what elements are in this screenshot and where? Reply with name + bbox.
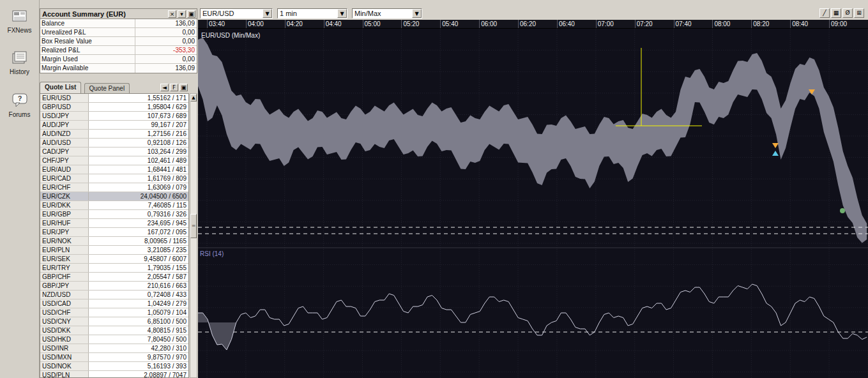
quote-row[interactable]: EUR/CAD 1,61769 / 809 [40, 174, 188, 183]
quote-row[interactable]: CAD/JPY 103,264 / 299 [40, 147, 188, 156]
account-summary-row: Box Resale Value 0,00 [40, 37, 197, 46]
account-summary-title: Account Summary (EUR) [40, 10, 168, 18]
quote-row[interactable]: AUD/NZD 1,27156 / 216 [40, 130, 188, 139]
quote-pair: USD/PLN [40, 371, 89, 378]
chart-canvas[interactable]: EUR/USD (Min/Max) RSI (14) [198, 29, 868, 378]
quote-list-scrollbar[interactable]: ▲ ≡ [190, 93, 197, 378]
account-summary-row: Margin Used 0,00 [40, 55, 197, 64]
account-row-value: -353,30 [135, 46, 197, 54]
quote-row[interactable]: EUR/TRY 1,79035 / 155 [40, 264, 188, 273]
quote-row[interactable]: USD/NOK 5,16193 / 393 [40, 362, 188, 371]
quote-row[interactable]: EUR/CHF 1,63069 / 079 [40, 183, 188, 192]
quote-rate: 0,92108 / 126 [89, 139, 188, 147]
time-tick-label: 07:00 [596, 20, 635, 28]
chart-tool-buttons: ╱ ▦ Ø ⊞ [819, 8, 864, 18]
popout-icon[interactable]: ▣ [179, 84, 188, 91]
sidebar-item-history[interactable]: History [0, 50, 39, 75]
quote-rate: 4,80815 / 915 [89, 326, 188, 335]
quote-pair: USD/CAD [40, 299, 89, 308]
quote-row[interactable]: USD/DKK 4,80815 / 915 [40, 326, 188, 335]
quote-row[interactable]: EUR/PLN 3,21085 / 235 [40, 246, 188, 255]
account-row-label: Unrealized P&L [40, 28, 135, 36]
chevron-down-icon[interactable]: ▼ [337, 9, 347, 18]
quote-row[interactable]: EUR/AUD 1,68441 / 481 [40, 165, 188, 174]
time-tick-label: 05:00 [363, 20, 402, 28]
quote-row[interactable]: USD/CAD 1,04249 / 279 [40, 299, 188, 308]
quote-rate: 2,08897 / 7047 [89, 371, 188, 378]
account-summary-row: Balance 136,09 [40, 19, 197, 28]
quote-list-table: EUR/USD 1,55162 / 171 GBP/USD 1,95804 / … [40, 93, 189, 378]
quote-pair: EUR/NOK [40, 237, 89, 245]
quote-row[interactable]: EUR/HUF 234,695 / 945 [40, 219, 188, 228]
quote-rate: 1,68441 / 481 [89, 165, 188, 174]
tab-quote-list[interactable]: Quote List [40, 82, 81, 93]
account-summary-row: Unrealized P&L 0,00 [40, 28, 197, 37]
settings-icon[interactable]: ⊞ [854, 8, 864, 18]
quote-pair: AUD/NZD [40, 130, 89, 138]
tab-quote-panel[interactable]: Quote Panel [84, 83, 130, 93]
time-tick-label: 07:40 [674, 20, 713, 28]
quote-row[interactable]: EUR/CZK 24,04500 / 6500 [40, 192, 188, 201]
close-icon[interactable]: × [168, 10, 176, 18]
collapse-left-icon[interactable]: ◄ [160, 84, 169, 91]
quote-row[interactable]: USD/CNY 6,85100 / 500 [40, 317, 188, 326]
account-row-label: Balance [40, 19, 135, 27]
sidebar-item-forums[interactable]: ? Forums [0, 92, 39, 118]
quote-pair: EUR/PLN [40, 246, 89, 254]
quote-row[interactable]: EUR/DKK 7,46085 / 115 [40, 201, 188, 210]
chart-type-select[interactable]: Min/Max ▼ [352, 8, 422, 19]
quote-row[interactable]: USD/INR 42,280 / 310 [40, 344, 188, 353]
time-tick-label: 06:20 [518, 20, 557, 28]
sidebar-item-fxnews[interactable]: FXNews [0, 9, 39, 34]
svg-text:?: ? [17, 94, 22, 102]
quote-row[interactable]: EUR/GBP 0,79316 / 326 [40, 210, 188, 219]
quote-rate: 1,27156 / 216 [89, 130, 188, 138]
chevron-down-icon[interactable]: ▾ [178, 10, 186, 18]
quote-row[interactable]: EUR/USD 1,55162 / 171 [40, 94, 188, 103]
quote-row[interactable]: AUD/USD 0,92108 / 126 [40, 139, 188, 147]
quote-rate: 42,280 / 310 [89, 344, 188, 352]
quote-row[interactable]: EUR/NOK 8,00965 / 1165 [40, 237, 188, 246]
quote-pair: EUR/SEK [40, 255, 89, 263]
quote-row[interactable]: USD/PLN 2,08897 / 7047 [40, 371, 188, 378]
account-summary-row: Margin Available 136,09 [40, 64, 197, 73]
quote-row[interactable]: USD/JPY 107,673 / 689 [40, 112, 188, 121]
time-tick-label: 04:40 [324, 20, 363, 28]
quote-row[interactable]: GBP/JPY 210,616 / 663 [40, 282, 188, 291]
symbol-select[interactable]: EUR/USD ▼ [200, 8, 273, 19]
quote-row[interactable]: EUR/JPY 167,072 / 095 [40, 228, 188, 237]
quote-rate: 167,072 / 095 [89, 228, 188, 236]
quote-rate: 234,695 / 945 [89, 219, 188, 227]
scroll-up-icon[interactable]: ▲ [190, 94, 197, 102]
chevron-down-icon[interactable]: ▼ [263, 9, 272, 18]
quote-row[interactable]: GBP/USD 1,95804 / 629 [40, 103, 188, 112]
filter-button[interactable]: F [170, 84, 178, 91]
chevron-down-icon[interactable]: ▼ [412, 9, 422, 18]
account-row-value: 0,00 [135, 28, 197, 36]
account-row-label: Realized P&L [40, 46, 135, 54]
quote-row[interactable]: CHF/JPY 102,461 / 489 [40, 156, 188, 165]
quote-pair: EUR/TRY [40, 264, 89, 272]
scrollbar-thumb[interactable]: ≡ [190, 214, 197, 238]
draw-line-icon[interactable]: ╱ [819, 8, 830, 18]
quote-row[interactable]: GBP/CHF 2,05547 / 587 [40, 273, 188, 282]
account-row-value: 136,09 [135, 19, 197, 27]
time-tick-label: 09:00 [829, 20, 868, 28]
quote-row[interactable]: NZD/USD 0,72408 / 433 [40, 291, 188, 299]
quote-row[interactable]: USD/MXN 9,87570 / 970 [40, 353, 188, 362]
quote-row[interactable]: AUD/JPY 99,167 / 207 [40, 121, 188, 130]
quote-pair: USD/NOK [40, 362, 89, 370]
quote-row[interactable]: EUR/SEK 9,45807 / 6007 [40, 255, 188, 264]
interval-select[interactable]: 1 min ▼ [277, 8, 347, 19]
quote-row[interactable]: USD/HKD 7,80450 / 500 [40, 335, 188, 344]
average-icon[interactable]: Ø [842, 8, 853, 18]
grid-icon[interactable]: ▦ [831, 8, 841, 18]
quote-pair: USD/CHF [40, 308, 89, 317]
price-chart[interactable] [198, 29, 868, 378]
account-summary-panel: Account Summary (EUR) × ▾ ▣ Balance 136,… [40, 8, 197, 73]
sidebar-label-history: History [0, 68, 39, 75]
time-tick-label: 06:00 [479, 20, 518, 28]
quote-rate: 5,16193 / 393 [89, 362, 188, 370]
quote-row[interactable]: USD/CHF 1,05079 / 104 [40, 308, 188, 317]
popout-icon[interactable]: ▣ [187, 10, 195, 18]
